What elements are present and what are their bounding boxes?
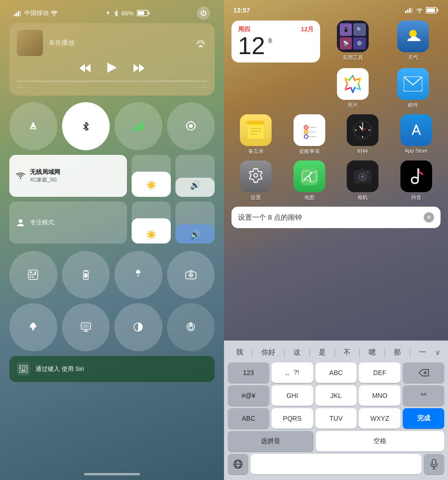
suggestion-我[interactable]: 我 [231,347,248,358]
focus-ring-button[interactable] [167,102,215,150]
photos-icon [343,74,363,94]
svg-rect-13 [133,128,135,131]
kb-key-wxyz[interactable]: WXYZ [359,408,400,429]
settings-app-icon[interactable] [240,160,272,192]
kb-bottom-space[interactable] [251,454,421,474]
kb-key-abc2[interactable]: ABC [228,408,269,429]
kb-key-def[interactable]: DEF [359,362,400,383]
flashlight-button[interactable] [114,251,162,299]
lamp-button[interactable] [9,303,57,351]
fast-forward-button[interactable] [133,63,145,75]
utility-app-icon[interactable]: 📱 🔍 📡 ⚙️ [337,21,369,52]
kb-key-punct[interactable]: ,。?! [272,362,313,383]
kb-key-delete[interactable] [403,362,444,383]
volume-control-button[interactable]: 🔊 [175,202,215,243]
wifi-icon-right [416,7,423,13]
kb-key-done[interactable]: 完成 [403,408,444,429]
kb-key-symbols[interactable]: #@¥ [228,385,269,406]
cal-season: 冬月十二 [267,34,273,37]
svg-marker-11 [133,64,139,72]
airplay-button[interactable] [194,36,207,49]
suggestion-那[interactable]: 那 [389,347,406,358]
svg-rect-42 [189,326,193,329]
siri-input-bar[interactable]: 设置一个 8 点的闹钟 ✕ [231,207,441,228]
right-status-bar: 13:57 [224,0,448,17]
right-time: 13:57 [233,7,250,14]
wifi-ssid-label: XC家庭_5G [30,176,60,183]
reminders-app-icon[interactable] [294,114,325,146]
photos-app-icon[interactable] [337,68,369,100]
camera-app-icon[interactable] [347,160,378,192]
contrast-button[interactable] [114,303,162,351]
battery-status-button[interactable] [62,251,110,299]
suggestion-一[interactable]: 一 [414,347,431,358]
cellular-button[interactable] [114,102,162,150]
kb-key-mno[interactable]: MNO [359,385,400,406]
wifi-button[interactable]: 无线局域网 XC家庭_5G [9,155,127,197]
maps-app-icon[interactable] [294,160,325,192]
fast-forward-icon [133,64,145,72]
weather-app-icon[interactable] [397,21,429,52]
suggestion-是[interactable]: 是 [314,347,330,358]
brightness-control-button[interactable]: ☀️ [132,202,171,243]
rewind-button[interactable] [79,63,91,75]
tiktok-app-icon[interactable] [400,160,432,192]
kb-row-1: 123 ,。?! ABC DEF [226,362,446,383]
kb-key-pinyin[interactable]: 选拼音 [228,431,314,452]
settings-icon [247,168,264,185]
suggestion-不[interactable]: 不 [339,347,355,358]
svg-rect-102 [432,459,436,465]
control-center-panel: 中国移动 66% [0,0,224,480]
notes-icon [247,121,265,139]
photos-app-label: 照片 [348,102,358,109]
kb-key-pqrs[interactable]: PQRS [272,408,313,429]
lock-rotation-button[interactable] [167,303,215,351]
camera-control-button[interactable] [167,251,215,299]
volume-slider[interactable]: 🔊 [175,155,215,197]
suggestions-expand-button[interactable]: ∨ [435,348,441,357]
svg-rect-52 [26,369,27,369]
svg-rect-50 [22,369,23,369]
kb-key-tuv[interactable]: TUV [315,408,357,429]
calendar-widget[interactable]: 周四 12月 12 冬月十二 [231,21,320,63]
display-button[interactable] [62,303,110,351]
kb-key-caps[interactable]: ^^ [403,385,444,406]
kb-mic-button[interactable] [424,454,444,474]
kb-key-123[interactable]: 123 [228,362,269,383]
bluetooth-button[interactable] [62,102,110,150]
controls-grid-row1 [9,102,215,150]
svg-rect-48 [26,367,27,368]
notes-app-icon[interactable] [240,114,272,146]
suggestion-divider-7 [410,348,410,357]
svg-rect-30 [84,273,87,278]
mail-app-icon[interactable] [397,68,429,100]
brightness-slider[interactable]: ☀️ [132,155,171,197]
svg-rect-36 [32,329,34,330]
kb-globe-button[interactable] [228,454,248,474]
widgets-row: 周四 12月 12 冬月十二 📱 🔍 [231,21,441,63]
bluetooth-icon [83,121,89,131]
kb-row-4: 选拼音 空格 [226,431,446,452]
wifi-sliders-row: 无线局域网 XC家庭_5G ☀️ 🔊 [9,155,215,197]
airplane-mode-button[interactable] [9,102,57,150]
maps-app-container: 地图 [285,160,334,201]
media-time: --:-- --:-- [17,83,207,89]
suggestion-这[interactable]: 这 [289,347,305,358]
kb-key-jkl[interactable]: JKL [315,385,357,406]
power-button[interactable] [197,7,210,20]
tiktok-app-label: 抖音 [411,194,421,201]
clock-app-icon[interactable] [347,114,378,146]
focus-mode-button[interactable]: 专注模式 [9,202,127,243]
appstore-app-icon[interactable] [400,114,432,146]
kb-key-ghi[interactable]: GHI [272,385,313,406]
media-progress-bar[interactable] [17,81,207,82]
calculator-button[interactable] [9,251,57,299]
kb-key-abc[interactable]: ABC [315,362,357,383]
kb-key-space[interactable]: 空格 [316,431,444,452]
siri-keyboard-button[interactable]: 通过键入 使用 Siri [9,356,215,382]
photos-app-container: 照片 [325,68,380,109]
play-button[interactable] [107,62,117,76]
siri-input-close-button[interactable]: ✕ [424,212,434,223]
suggestion-嗯[interactable]: 嗯 [364,347,380,358]
suggestion-你好[interactable]: 你好 [257,347,280,358]
